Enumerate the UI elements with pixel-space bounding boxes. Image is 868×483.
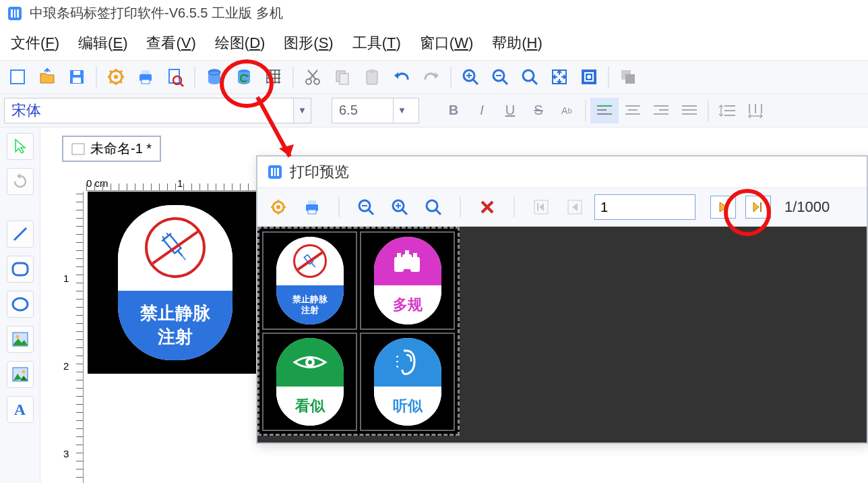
svg-rect-124 (402, 254, 412, 269)
settings-button[interactable] (101, 63, 131, 90)
label-design-area[interactable]: 禁止静脉 注射 (88, 192, 263, 374)
image-tool[interactable] (7, 326, 34, 353)
main-toolbar (0, 60, 868, 94)
document-tab[interactable]: 未命名-1 * (62, 136, 161, 162)
svg-point-110 (427, 200, 437, 211)
line-spacing-button[interactable] (713, 98, 741, 123)
svg-line-119 (311, 262, 315, 267)
rotate-tool[interactable] (7, 168, 34, 195)
ruler-v-3: 3 (63, 448, 69, 459)
svg-line-23 (180, 83, 183, 86)
layers-button[interactable] (613, 63, 643, 90)
strikethrough-button[interactable]: S (524, 98, 553, 123)
ellipse-tool[interactable] (7, 291, 34, 318)
svg-rect-125 (405, 250, 409, 254)
preview-zoom-out-button[interactable] (352, 194, 380, 221)
text-tool[interactable]: A (7, 396, 34, 423)
redo-button[interactable] (416, 63, 446, 90)
picture-tool[interactable] (7, 361, 34, 388)
open-button[interactable] (32, 63, 62, 90)
align-center-button[interactable] (619, 98, 647, 123)
svg-rect-102 (308, 210, 316, 214)
line-tool[interactable] (7, 221, 34, 248)
menu-view[interactable]: 查看(V) (146, 33, 195, 53)
ruler-h-0: 0 cm (86, 177, 108, 189)
database-refresh-button[interactable] (229, 63, 259, 90)
roundrect-tool[interactable] (7, 256, 34, 283)
svg-rect-3 (17, 9, 19, 18)
main-label[interactable]: 禁止静脉 注射 (118, 205, 232, 360)
zoom-reset-button[interactable] (515, 63, 545, 90)
char-spacing-button[interactable] (741, 98, 770, 123)
svg-rect-2 (14, 9, 16, 18)
align-right-button[interactable] (647, 98, 675, 123)
preview-first-page-button[interactable] (527, 194, 555, 221)
preview-settings-button[interactable] (264, 194, 292, 221)
bottles-icon (389, 248, 427, 275)
document-tab-label: 未命名-1 * (90, 140, 152, 158)
select-tool[interactable] (7, 133, 34, 160)
menu-help[interactable]: 帮助(H) (492, 33, 542, 53)
underline-button[interactable]: U (496, 98, 524, 123)
preview-page-input[interactable] (594, 194, 695, 220)
zoom-out-button[interactable] (485, 63, 515, 90)
save-button[interactable] (62, 63, 92, 90)
menu-shape[interactable]: 图形(S) (284, 33, 333, 53)
menu-tool[interactable]: 工具(T) (352, 33, 401, 53)
zoom-in-button[interactable] (456, 63, 485, 90)
copy-button[interactable] (328, 63, 357, 90)
menu-edit[interactable]: 编辑(E) (78, 33, 127, 53)
svg-rect-83 (72, 144, 84, 154)
preview-app-icon (267, 164, 283, 180)
app-icon (7, 5, 23, 22)
side-toolbar: A (0, 127, 40, 483)
svg-rect-121 (397, 253, 401, 257)
font-size-combo[interactable]: ▼ (332, 98, 419, 123)
fit-screen-button[interactable] (545, 63, 574, 90)
preview-cell-2: 多规 (360, 231, 455, 330)
grid-button[interactable] (259, 63, 288, 90)
svg-point-35 (306, 79, 311, 84)
print-preview-window: 打印预览 1/1000 禁止静脉注射 多规 看似 (256, 155, 868, 444)
svg-point-78 (13, 298, 28, 310)
svg-point-95 (276, 205, 280, 209)
italic-button[interactable]: I (468, 98, 496, 123)
preview-sheet: 禁止静脉注射 多规 看似 听似 (257, 227, 460, 436)
superscript-button[interactable]: Ab (553, 98, 581, 123)
cut-button[interactable] (298, 63, 328, 90)
bold-button[interactable]: B (439, 98, 468, 123)
preview-last-page-button[interactable] (745, 196, 771, 219)
preview-print-button[interactable] (298, 194, 326, 221)
preview-next-page-button[interactable] (710, 196, 736, 219)
svg-line-15 (120, 81, 122, 83)
preview-prev-page-button[interactable] (561, 194, 589, 221)
svg-line-48 (503, 80, 507, 84)
align-left-button[interactable] (590, 98, 619, 123)
no-injection-icon (293, 244, 327, 278)
preview-close-button[interactable] (473, 194, 501, 221)
print-preview-button[interactable] (160, 63, 190, 90)
print-button[interactable] (131, 63, 160, 90)
database-button[interactable] (199, 63, 229, 90)
svg-point-82 (22, 370, 25, 374)
svg-rect-92 (274, 168, 276, 176)
svg-rect-57 (625, 74, 635, 84)
font-family-combo[interactable] (4, 98, 294, 123)
font-size-input[interactable] (332, 103, 393, 118)
new-button[interactable] (3, 63, 32, 90)
preview-zoom-reset-button[interactable] (419, 194, 447, 221)
undo-button[interactable] (387, 63, 416, 90)
align-justify-button[interactable] (675, 98, 704, 123)
fit-selection-button[interactable] (574, 63, 604, 90)
preview-cell-2-text: 多规 (374, 285, 441, 325)
menu-file[interactable]: 文件(F) (11, 33, 59, 53)
menu-draw[interactable]: 绘图(D) (215, 33, 266, 53)
font-family-input[interactable] (5, 102, 293, 119)
preview-zoom-in-button[interactable] (385, 194, 414, 221)
menu-window[interactable]: 窗口(W) (420, 33, 473, 53)
preview-viewport[interactable]: 禁止静脉注射 多规 看似 听似 (257, 227, 867, 443)
font-family-dropdown[interactable]: ▼ (294, 98, 311, 123)
paste-button[interactable] (357, 63, 387, 90)
font-size-dropdown[interactable]: ▼ (393, 98, 410, 123)
preview-cell-3-text: 看似 (276, 387, 344, 426)
